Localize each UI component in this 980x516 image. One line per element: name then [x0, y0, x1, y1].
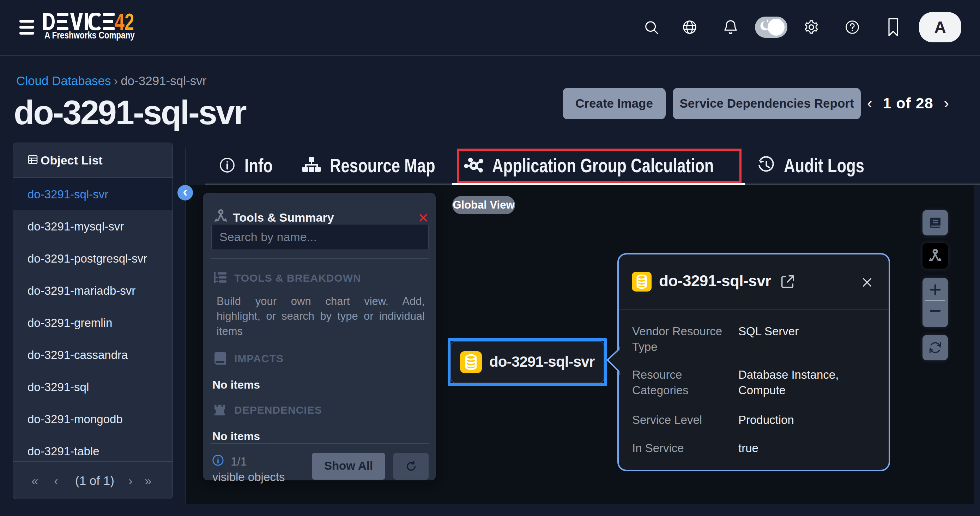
svg-text:42: 42	[115, 13, 134, 30]
